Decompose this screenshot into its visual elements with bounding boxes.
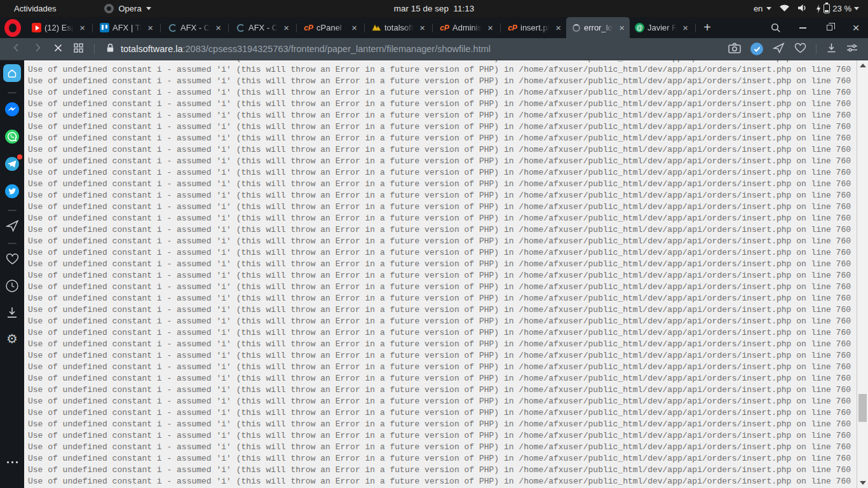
telegram-button[interactable]: [4, 156, 20, 172]
snapshot-camera-icon[interactable]: [728, 43, 741, 56]
maximize-button[interactable]: [824, 22, 835, 34]
activities-button[interactable]: Actividades: [9, 4, 61, 13]
whatsapp-button[interactable]: [4, 128, 20, 145]
log-line: Use of undefined constant i - assumed 'i…: [28, 236, 857, 247]
tab-close-icon[interactable]: ×: [485, 22, 495, 33]
tab-espe[interactable]: (12) Espe ×: [27, 17, 90, 38]
security-shield-icon[interactable]: [750, 43, 763, 55]
address-actions: [728, 43, 868, 56]
tab-close-icon[interactable]: ×: [349, 22, 359, 33]
home-icon: [7, 69, 17, 78]
tab-separator: [364, 24, 365, 32]
log-line: Use of undefined constant i - assumed 'i…: [28, 190, 857, 201]
log-line: Use of undefined constant i - assumed 'i…: [28, 213, 857, 224]
opera-logo-icon[interactable]: [4, 19, 21, 37]
search-icon[interactable]: [770, 22, 782, 34]
tab-label: AFX | Tre: [112, 23, 142, 32]
url-field[interactable]: totalsoftware.la:2083/cpsess3194325763/f…: [106, 43, 728, 55]
tab-afx-trello[interactable]: AFX | Tre ×: [95, 17, 158, 38]
messenger-button[interactable]: [4, 101, 20, 118]
battery-indicator: 23 %: [816, 4, 859, 13]
tab-close-icon[interactable]: ×: [146, 22, 155, 33]
close-window-button[interactable]: ×: [850, 22, 862, 34]
history-button[interactable]: [4, 278, 20, 294]
minimize-button[interactable]: [797, 22, 808, 34]
tab-separator: [228, 24, 229, 32]
vertical-scrollbar[interactable]: [857, 60, 868, 488]
log-line: Use of undefined constant i - assumed 'i…: [28, 76, 857, 87]
lock-icon: [106, 43, 114, 55]
app-menu[interactable]: Opera: [104, 4, 151, 13]
tab-label: totalsoft: [384, 23, 414, 32]
log-line: Use of undefined constant i - assumed 'i…: [28, 156, 857, 167]
url-host: totalsoftware.la: [121, 44, 183, 54]
divider: [816, 44, 817, 54]
log-output: Use of undefined constant i - assumed 'i…: [24, 60, 857, 487]
downloads-button[interactable]: [4, 304, 20, 321]
my-flow-sidebar-button[interactable]: [4, 217, 20, 234]
battery-icon: [824, 4, 830, 13]
cpanel-icon: cP: [508, 23, 517, 32]
log-line: Use of undefined constant i - assumed 'i…: [28, 430, 857, 442]
afx-icon: [236, 23, 245, 32]
log-line: Use of undefined constant i - assumed 'i…: [28, 350, 857, 362]
notification-badge: [17, 154, 22, 159]
gear-icon: ⚙: [6, 332, 18, 345]
tab-strip: (12) Espe × AFX | Tre × AFX - Clie ×: [27, 17, 717, 38]
back-button[interactable]: [11, 43, 22, 55]
log-line: Use of undefined constant i - assumed 'i…: [28, 201, 857, 213]
tab-close-icon[interactable]: ×: [417, 22, 427, 33]
tab-insert-php[interactable]: cP insert.ph ×: [503, 17, 566, 38]
tab-close-icon[interactable]: ×: [553, 22, 563, 33]
my-flow-icon[interactable]: [773, 43, 785, 56]
forward-button[interactable]: [32, 43, 43, 55]
log-line: Use of undefined constant i - assumed 'i…: [28, 464, 857, 476]
download-icon[interactable]: [826, 43, 837, 56]
scroll-up-arrow[interactable]: [860, 64, 866, 67]
tab-close-icon[interactable]: ×: [681, 22, 690, 33]
window-controls: ×: [770, 17, 862, 38]
log-line: Use of undefined constant i - assumed 'i…: [28, 396, 857, 407]
log-line: Use of undefined constant i - assumed 'i…: [28, 476, 857, 487]
url-path: :2083/cpsess3194325763/frontend/paper_la…: [183, 44, 491, 54]
bookmarks-button[interactable]: [4, 250, 20, 267]
stop-loading-button[interactable]: [53, 43, 63, 55]
screen: Actividades Opera mar 15 de sep 11:13 en…: [0, 0, 868, 488]
log-line: Use of undefined constant i - assumed 'i…: [28, 179, 857, 190]
language-indicator[interactable]: en: [754, 4, 771, 13]
tab-error-log-active[interactable]: error_log ×: [566, 17, 630, 38]
tab-cpanel[interactable]: cP cPanel - F ×: [299, 17, 362, 38]
tab-close-icon[interactable]: ×: [214, 22, 223, 33]
log-line: Use of undefined constant i - assumed 'i…: [28, 121, 857, 133]
scroll-down-arrow[interactable]: [860, 481, 866, 485]
tab-close-icon[interactable]: ×: [617, 22, 627, 33]
bookmark-heart-icon[interactable]: [794, 43, 806, 56]
twitter-button[interactable]: [4, 183, 20, 200]
log-line: Use of undefined constant i - assumed 'i…: [28, 167, 857, 179]
log-line: Use of undefined constant i - assumed 'i…: [28, 293, 857, 304]
green-at-icon: @: [635, 23, 644, 32]
tab-close-icon[interactable]: ×: [78, 22, 87, 33]
speed-dial-home-button[interactable]: [3, 64, 21, 82]
url-text: totalsoftware.la:2083/cpsess3194325763/f…: [121, 44, 491, 54]
new-tab-button[interactable]: +: [698, 17, 717, 38]
twitter-icon: [4, 184, 20, 199]
paper-plane-icon: [6, 220, 19, 232]
tab-label: insert.ph: [520, 23, 550, 32]
tab-administ[interactable]: cP Administ ×: [435, 17, 498, 38]
speed-dial-grid-icon[interactable]: [74, 43, 83, 55]
tab-close-icon[interactable]: ×: [281, 22, 291, 33]
tab-afx-cm[interactable]: AFX - CM ×: [231, 17, 294, 38]
log-line: Use of undefined constant i - assumed 'i…: [28, 384, 857, 396]
scrollbar-thumb[interactable]: [858, 394, 867, 422]
easy-setup-sliders-icon[interactable]: [846, 43, 858, 55]
tab-javier[interactable]: @ Javier Ra ×: [630, 17, 693, 38]
battery-percent: 23 %: [832, 4, 851, 13]
trello-icon: [100, 23, 109, 32]
language-label: en: [754, 4, 763, 13]
tab-afx-cli[interactable]: AFX - Clie ×: [163, 17, 226, 38]
sidebar-more-button[interactable]: [4, 454, 20, 470]
tab-totalsoft[interactable]: totalsoft ×: [367, 17, 430, 38]
settings-button[interactable]: ⚙: [4, 330, 20, 347]
status-area[interactable]: en 23 %: [754, 4, 859, 14]
